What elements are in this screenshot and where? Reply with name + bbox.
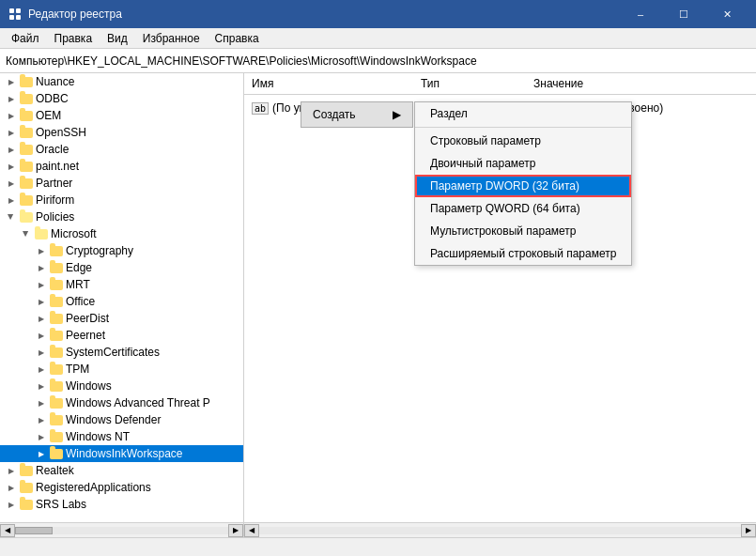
toggle-openssh[interactable]: ▶ <box>4 125 19 140</box>
tree-label-oem: OEM <box>34 109 61 122</box>
menu-favorites[interactable]: Избранное <box>135 30 208 47</box>
left-scrollbar[interactable]: ◀ ▶ <box>0 523 244 537</box>
toggle-odbc[interactable]: ▶ <box>4 91 19 106</box>
submenu-item-qword[interactable]: Параметр QWORD (64 бита) <box>415 197 631 220</box>
right-scrollbar[interactable]: ◀ ▶ <box>244 523 756 537</box>
folder-icon-wat <box>49 395 64 410</box>
submenu-item-binary[interactable]: Двоичный параметр <box>415 152 631 175</box>
tree-item-nuance[interactable]: ▶ Nuance <box>0 73 243 90</box>
tree-item-peernet[interactable]: ▶ Peernet <box>0 327 243 344</box>
tree-item-cryptography[interactable]: ▶ Cryptography <box>0 242 243 259</box>
tree-item-srslabs[interactable]: ▶ SRS Labs <box>0 496 243 513</box>
toggle-systemcerts[interactable]: ▶ <box>34 345 49 360</box>
submenu-item-dword[interactable]: Параметр DWORD (32 бита) <box>415 175 631 197</box>
tree-item-defender[interactable]: ▶ Windows Defender <box>0 411 243 428</box>
close-button[interactable]: ✕ <box>705 0 748 28</box>
toggle-oem[interactable]: ▶ <box>4 108 19 123</box>
main-content: ▶ Nuance ▶ ODBC ▶ OEM ▶ OpenSSH ▶ Oracle… <box>0 73 756 537</box>
right-scroll-right-arrow[interactable]: ▶ <box>741 524 756 537</box>
toggle-windows[interactable]: ▶ <box>34 378 49 394</box>
tree-panel[interactable]: ▶ Nuance ▶ ODBC ▶ OEM ▶ OpenSSH ▶ Oracle… <box>0 73 244 537</box>
tree-item-microsoft[interactable]: ▶ Microsoft <box>0 225 243 242</box>
tree-item-piriform[interactable]: ▶ Piriform <box>0 192 243 208</box>
tree-item-odbc[interactable]: ▶ ODBC <box>0 90 243 107</box>
menu-file[interactable]: Файл <box>4 30 47 47</box>
toggle-defender[interactable]: ▶ <box>34 412 49 427</box>
tree-item-peerdist[interactable]: ▶ PeerDist <box>0 310 243 327</box>
tree-item-inkworkspace[interactable]: ▶ WindowsInkWorkspace <box>0 445 243 462</box>
tree-item-office[interactable]: ▶ Office <box>0 293 243 310</box>
toggle-inkworkspace[interactable]: ▶ <box>34 446 49 461</box>
submenu-item-multistring[interactable]: Мультистроковый параметр <box>415 220 631 242</box>
tree-label-nuance: Nuance <box>34 75 74 88</box>
tree-item-oem[interactable]: ▶ OEM <box>0 107 243 124</box>
toggle-nuance[interactable]: ▶ <box>4 74 19 89</box>
toggle-regapps[interactable]: ▶ <box>4 480 19 495</box>
right-scroll-left-arrow[interactable]: ◀ <box>244 524 259 537</box>
tree-item-oracle[interactable]: ▶ Oracle <box>0 141 243 158</box>
tree-item-systemcerts[interactable]: ▶ SystemCertificates <box>0 344 243 361</box>
tree-item-windowsnt[interactable]: ▶ Windows NT <box>0 428 243 445</box>
toggle-windowsnt[interactable]: ▶ <box>34 429 49 444</box>
folder-icon-oracle <box>19 142 34 157</box>
toggle-peerdist[interactable]: ▶ <box>34 311 49 326</box>
context-menu: Создать ▶ Раздел Строковый параметр Двои… <box>301 101 413 128</box>
toggle-piriform[interactable]: ▶ <box>4 193 19 208</box>
header-type: Тип <box>413 75 526 92</box>
toggle-oracle[interactable]: ▶ <box>4 142 19 157</box>
toggle-srslabs[interactable]: ▶ <box>4 497 19 512</box>
create-button[interactable]: Создать ▶ <box>301 101 413 128</box>
toggle-paintnet[interactable]: ▶ <box>4 159 19 174</box>
header-name: Имя <box>244 75 413 92</box>
scroll-thumb[interactable] <box>15 527 53 534</box>
toggle-realtek[interactable]: ▶ <box>4 463 19 478</box>
tree-item-edge[interactable]: ▶ Edge <box>0 259 243 276</box>
tree-item-mrt[interactable]: ▶ MRT <box>0 276 243 293</box>
toggle-peernet[interactable]: ▶ <box>34 328 49 343</box>
submenu-item-string[interactable]: Строковый параметр <box>415 130 631 152</box>
tree-label-office: Office <box>64 295 95 308</box>
folder-icon-nuance <box>19 74 34 89</box>
tree-item-partner[interactable]: ▶ Partner <box>0 175 243 192</box>
toggle-policies[interactable]: ▶ <box>4 209 19 224</box>
submenu-item-expandstring[interactable]: Расширяемый строковый параметр <box>415 242 631 265</box>
menu-edit[interactable]: Правка <box>47 30 100 47</box>
tree-label-windowsnt: Windows NT <box>64 430 130 443</box>
toggle-office[interactable]: ▶ <box>34 294 49 309</box>
bottom-area: ◀ ▶ ◀ ▶ <box>0 522 756 556</box>
right-panel: Имя Тип Значение ab (По умолчанию) REG_S… <box>244 73 756 537</box>
tree-item-windows[interactable]: ▶ Windows <box>0 378 243 394</box>
toggle-microsoft[interactable]: ▶ <box>19 226 34 241</box>
tree-label-systemcerts: SystemCertificates <box>64 346 160 359</box>
minimize-button[interactable]: – <box>619 0 662 28</box>
tree-item-openssh[interactable]: ▶ OpenSSH <box>0 124 243 141</box>
tree-label-partner: Partner <box>34 177 72 190</box>
toggle-tpm[interactable]: ▶ <box>34 362 49 377</box>
maximize-button[interactable]: ☐ <box>662 0 705 28</box>
toggle-edge[interactable]: ▶ <box>34 260 49 275</box>
scroll-left-arrow[interactable]: ◀ <box>0 524 15 537</box>
tree-item-realtek[interactable]: ▶ Realtek <box>0 462 243 479</box>
tree-label-microsoft: Microsoft <box>49 227 97 240</box>
tree-label-mrt: MRT <box>64 278 90 291</box>
menu-help[interactable]: Справка <box>208 30 267 47</box>
create-button-label: Создать <box>313 108 356 121</box>
tree-item-regapps[interactable]: ▶ RegisteredApplications <box>0 479 243 496</box>
folder-icon-cryptography <box>49 243 64 258</box>
address-path: Компьютер\HKEY_LOCAL_MACHINE\SOFTWARE\Po… <box>6 54 477 68</box>
tree-item-tpm[interactable]: ▶ TPM <box>0 361 243 378</box>
toggle-mrt[interactable]: ▶ <box>34 277 49 292</box>
menu-view[interactable]: Вид <box>100 30 135 47</box>
value-icon: ab <box>252 102 269 115</box>
tree-label-srslabs: SRS Labs <box>34 498 86 511</box>
scroll-right-arrow[interactable]: ▶ <box>228 524 243 537</box>
tree-item-paintnet[interactable]: ▶ paint.net <box>0 158 243 175</box>
title-bar: Редактор реестра – ☐ ✕ <box>0 0 756 28</box>
right-panel-header: Имя Тип Значение <box>244 73 756 95</box>
tree-item-policies[interactable]: ▶ Policies <box>0 208 243 225</box>
toggle-partner[interactable]: ▶ <box>4 176 19 191</box>
tree-item-wat[interactable]: ▶ Windows Advanced Threat P <box>0 394 243 411</box>
toggle-cryptography[interactable]: ▶ <box>34 243 49 258</box>
submenu-item-razdel[interactable]: Раздел <box>415 102 631 125</box>
toggle-wat[interactable]: ▶ <box>34 395 49 410</box>
